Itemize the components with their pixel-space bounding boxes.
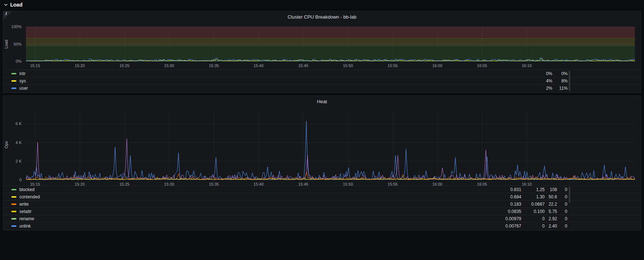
legend-color-marker: [11, 203, 16, 205]
panel-title[interactable]: Heat: [3, 96, 641, 107]
legend-color-marker: [11, 73, 16, 74]
legend-series-label[interactable]: blocked: [19, 187, 34, 192]
legend-series-label[interactable]: user: [19, 86, 28, 91]
legend-value: 0: [521, 216, 545, 221]
series-line-violet: [26, 139, 635, 179]
legend-value: 0: [557, 216, 567, 221]
legend-value: 50.6: [545, 194, 557, 199]
legend-values: 0%0%: [530, 71, 641, 76]
legend-values: 4%8%: [530, 78, 641, 84]
panel-cluster-cpu-breakdown: i Cluster CPU Breakdown - bb-lab Load 10…: [3, 11, 641, 93]
legend-values: 0.0076702.400: [491, 224, 641, 229]
legend-value: 0.100: [521, 209, 545, 214]
legend-row[interactable]: blocked0.8311.251080: [3, 186, 641, 193]
legend-row[interactable]: user2%11%: [3, 84, 641, 92]
legend-values: 0.0097902.920: [491, 216, 641, 221]
chevron-down-icon: [4, 3, 8, 7]
x-tick-label: 15:20: [75, 63, 85, 68]
legend-series-label[interactable]: rename: [19, 216, 34, 221]
legend-series-label[interactable]: write: [19, 202, 28, 207]
legend-value: 0%: [552, 71, 568, 76]
legend-value: 0.00979: [491, 216, 521, 221]
legend-values: 0.1830.066722.20: [491, 202, 641, 207]
legend-value: 1.25: [521, 187, 545, 192]
legend-value: 1.30: [521, 194, 545, 199]
legend-row[interactable]: intr0%0%: [3, 70, 641, 77]
legend-values: 0.8311.251080: [491, 187, 641, 192]
legend-row[interactable]: rename0.0097902.920: [3, 215, 641, 222]
legend-value: 0: [521, 224, 545, 229]
y-tick-label: 4 K: [15, 140, 22, 145]
y-tick-label: 6 K: [15, 121, 22, 126]
x-tick-label: 15:55: [388, 63, 398, 68]
x-tick-label: 16:00: [432, 63, 442, 68]
row-header-load[interactable]: Load: [0, 0, 26, 9]
legend-series-label[interactable]: unlink: [19, 224, 31, 229]
legend-value: 11%: [552, 86, 568, 91]
legend-values: 0.6841.3050.60: [491, 194, 641, 199]
legend-value: 2.40: [545, 224, 557, 229]
legend-scrollbar[interactable]: [569, 71, 570, 91]
chart-plot-area[interactable]: [26, 110, 635, 180]
y-tick-label: 2 K: [15, 159, 22, 163]
x-tick-label: 15:40: [254, 63, 264, 68]
legend-value: 0.684: [491, 194, 521, 199]
x-tick-label: 15:50: [343, 63, 353, 68]
chart-canvas[interactable]: [26, 27, 635, 61]
legend-values: 0.08350.1005.750: [491, 209, 641, 214]
legend-series-label[interactable]: setattr: [19, 209, 31, 214]
y-tick-label: 50%: [14, 42, 22, 46]
legend-series-label[interactable]: intr: [19, 71, 26, 76]
y-tick-label: 0: [19, 178, 22, 182]
y-axis: 100%50%0%: [3, 27, 24, 61]
legend-color-marker: [11, 88, 16, 89]
panel-heat: Heat Ops 6 K4 K2 K0 15:1515:2015:2515:30…: [3, 96, 641, 230]
legend-color-marker: [11, 196, 16, 198]
y-tick-label: 100%: [11, 24, 22, 29]
panel-title[interactable]: Cluster CPU Breakdown - bb-lab: [3, 11, 641, 22]
legend-row[interactable]: unlink0.0076702.400: [3, 222, 641, 229]
x-axis: 15:1515:2015:2515:3015:3515:4015:4515:50…: [26, 63, 635, 69]
legend-value: 0.0667: [521, 202, 545, 207]
legend-value: 0.0835: [491, 209, 521, 214]
legend-row[interactable]: write0.1830.066722.20: [3, 200, 641, 207]
legend-value: 2%: [530, 86, 552, 91]
legend-value: 0: [557, 202, 567, 207]
chart-plot-area[interactable]: [26, 27, 635, 61]
legend-value: 0: [557, 224, 567, 229]
legend-row[interactable]: setattr0.08350.1005.750: [3, 207, 641, 215]
legend-scrollbar[interactable]: [569, 187, 570, 203]
x-tick-label: 16:10: [522, 63, 532, 68]
row-title: Load: [10, 2, 22, 8]
panel-info-icon[interactable]: i: [3, 11, 12, 20]
x-tick-label: 15:35: [209, 63, 219, 68]
legend-values: 2%11%: [530, 86, 641, 91]
legend: intr0%0%sys4%8%user2%11%: [3, 70, 641, 92]
y-tick-label: 0%: [16, 59, 22, 63]
x-tick-label: 16:05: [477, 63, 487, 68]
legend-series-label[interactable]: contended: [19, 194, 40, 199]
legend-color-marker: [11, 225, 16, 227]
x-tick-label: 15:45: [298, 63, 308, 68]
legend-color-marker: [11, 189, 16, 190]
legend-value: 8%: [552, 78, 568, 84]
series-line-unlink: [26, 121, 635, 179]
legend-series-label[interactable]: sys: [19, 78, 26, 84]
legend-row[interactable]: contended0.6841.3050.60: [3, 193, 641, 200]
x-tick-label: 15:15: [30, 63, 40, 68]
x-tick-label: 15:30: [164, 63, 174, 68]
legend-value: 0: [557, 187, 567, 192]
chart-canvas[interactable]: [26, 110, 635, 180]
y-axis: 6 K4 K2 K0: [3, 110, 24, 180]
legend-color-marker: [11, 218, 16, 220]
legend-value: 0.183: [491, 202, 521, 207]
legend-value: 0: [557, 209, 567, 214]
legend-color-marker: [11, 80, 16, 82]
legend-value: 2.92: [545, 216, 557, 221]
legend-value: 108: [545, 187, 557, 192]
legend-value: 0.831: [491, 187, 521, 192]
legend-value: 0.00767: [491, 224, 521, 229]
legend-value: 22.2: [545, 202, 557, 207]
legend-row[interactable]: sys4%8%: [3, 77, 641, 84]
legend-value: 0: [557, 194, 567, 199]
